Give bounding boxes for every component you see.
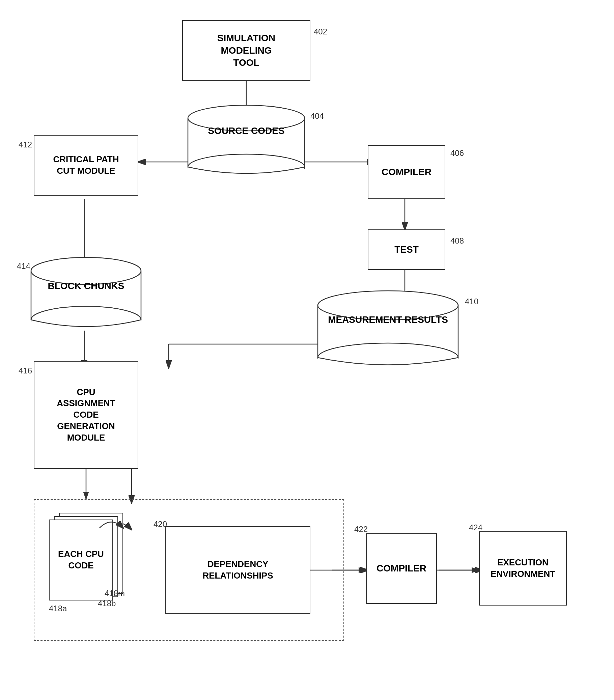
ref-414: 414 [17, 261, 30, 271]
ref-422: 422 [354, 525, 368, 534]
ref-418a: 418a [49, 604, 67, 613]
measurement-svg [317, 290, 459, 368]
cpu-assignment-box: CPU ASSIGNMENT CODE GENERATION MODULE [34, 361, 138, 469]
measurement-results-label: MEASUREMENT RESULTS [317, 314, 459, 326]
execution-env-label: EXECUTION ENVIRONMENT [490, 557, 555, 580]
test-box: TEST [368, 229, 445, 270]
source-codes-cylinder: SOURCE CODES [187, 104, 305, 175]
measurement-results-cylinder: MEASUREMENT RESULTS [317, 290, 459, 368]
compiler-bottom-box: COMPILER [366, 533, 437, 604]
each-cpu-code-front: EACH CPU CODE [49, 520, 113, 600]
simulation-tool-label: SIMULATION MODELING TOOL [217, 32, 275, 69]
source-codes-svg [187, 104, 305, 175]
block-chunks-cylinder: BLOCK CHUNKS [30, 257, 142, 330]
ref-404: 404 [310, 111, 324, 121]
ref-424: 424 [469, 523, 483, 532]
execution-env-box: EXECUTION ENVIRONMENT [479, 531, 567, 605]
compiler-top-label: COMPILER [381, 166, 431, 178]
ref-412: 412 [18, 140, 32, 149]
ref-408: 408 [450, 236, 464, 246]
dependency-box: DEPENDENCY RELATIONSHIPS [165, 526, 310, 614]
critical-path-box: CRITICAL PATH CUT MODULE [34, 135, 138, 196]
ref-416: 416 [18, 366, 32, 375]
ref-402: 402 [314, 27, 327, 36]
compiler-bottom-label: COMPILER [376, 562, 426, 575]
source-codes-label: SOURCE CODES [187, 125, 305, 137]
ref-406: 406 [450, 148, 464, 158]
dependency-label: DEPENDENCY RELATIONSHIPS [203, 559, 273, 582]
ref-418b: 418b [98, 599, 116, 608]
ref-418m: 418m [104, 589, 125, 598]
svg-rect-26 [32, 320, 141, 330]
simulation-modeling-tool-box: SIMULATION MODELING TOOL [182, 20, 310, 81]
svg-rect-22 [318, 358, 458, 368]
compiler-top-box: COMPILER [368, 145, 445, 199]
ref-410: 410 [465, 297, 478, 306]
ref-420: 420 [153, 520, 167, 529]
diagram-container: SIMULATION MODELING TOOL 402 SOURCE CODE… [0, 0, 614, 700]
critical-path-label: CRITICAL PATH CUT MODULE [53, 154, 119, 177]
svg-rect-18 [188, 167, 304, 175]
cpu-assignment-label: CPU ASSIGNMENT CODE GENERATION MODULE [57, 387, 115, 443]
block-chunks-label: BLOCK CHUNKS [30, 280, 142, 292]
curl-arrow-svg [98, 514, 125, 531]
test-label: TEST [394, 243, 419, 256]
block-chunks-svg [30, 257, 142, 330]
each-cpu-code-label: EACH CPU CODE [50, 549, 112, 572]
